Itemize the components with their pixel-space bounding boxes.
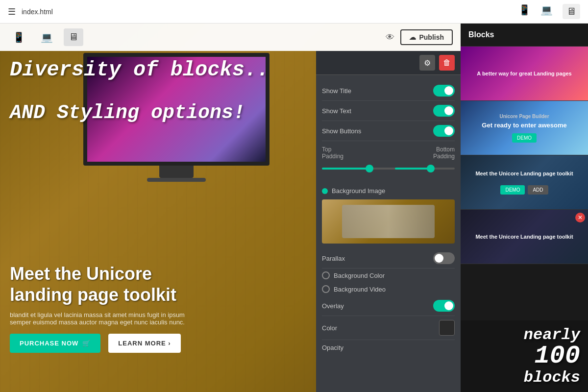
block-item-2[interactable]: Unicore Page Builder Get ready to enter … bbox=[461, 101, 588, 155]
menu-icon[interactable]: ☰ bbox=[8, 6, 16, 17]
purchase-label: PURCHASE NOW bbox=[20, 340, 78, 347]
parallax-toggle[interactable] bbox=[433, 252, 455, 264]
bg-image-dot bbox=[322, 188, 328, 194]
slider-thumb-left[interactable] bbox=[366, 165, 373, 172]
parallax-label: Parallax bbox=[322, 255, 345, 262]
padding-slider[interactable] bbox=[322, 164, 455, 173]
bg-image-preview[interactable] bbox=[322, 199, 455, 244]
trash-icon: 🗑 bbox=[443, 58, 451, 67]
opacity-label: Opacity bbox=[322, 344, 343, 351]
top-padding-label: Top Padding bbox=[322, 146, 343, 160]
imac-base bbox=[147, 178, 206, 182]
slider-fill-left bbox=[322, 168, 368, 170]
promo-100: 100 bbox=[468, 343, 580, 369]
overlay-toggle[interactable] bbox=[433, 300, 455, 312]
block-3-text: Meet the Unicore Landing page toolkit bbox=[475, 170, 573, 177]
blocks-panel: Blocks A better way for great Landing pa… bbox=[461, 24, 588, 392]
block-1-overlay: A better way for great Landing pages bbox=[461, 47, 588, 100]
publish-button[interactable]: ☁ Publish bbox=[400, 29, 453, 45]
show-title-row: Show Title bbox=[322, 81, 455, 101]
eye-icon[interactable]: 👁 bbox=[386, 32, 394, 43]
show-text-row: Show Text bbox=[322, 101, 455, 121]
overlay-row: Overlay bbox=[322, 296, 455, 316]
block-2-demo-btn[interactable]: DEMO bbox=[512, 133, 537, 143]
show-title-toggle[interactable] bbox=[433, 85, 455, 97]
block-2-subtitle: Unicore Page Builder bbox=[499, 113, 549, 120]
opacity-row: Opacity bbox=[322, 340, 455, 355]
blocks-list: A better way for great Landing pages Uni… bbox=[461, 47, 588, 320]
learn-more-label: LEARN MORE bbox=[118, 340, 166, 347]
show-text-toggle[interactable] bbox=[433, 105, 455, 117]
inner-desktop-icon[interactable]: 🖥 bbox=[64, 28, 83, 46]
promo-nearly: nearly bbox=[468, 326, 580, 343]
gear-button[interactable]: ⚙ bbox=[419, 55, 435, 71]
block-item-1[interactable]: A better way for great Landing pages bbox=[461, 47, 588, 101]
block-3-overlay: Meet the Unicore Landing page toolkit DE… bbox=[461, 155, 588, 209]
show-buttons-toggle[interactable] bbox=[433, 125, 455, 137]
imac-mockup bbox=[29, 53, 323, 182]
bg-video-radio[interactable] bbox=[322, 285, 330, 293]
main-layout: 📱 💻 🖥 👁 ☁ Publish Diversity of blocks.. … bbox=[0, 24, 588, 392]
block-1-text: A better way for great Landing pages bbox=[477, 70, 571, 77]
block-1-bg: A better way for great Landing pages bbox=[461, 47, 588, 100]
show-title-label: Show Title bbox=[322, 87, 351, 95]
upload-icon: ☁ bbox=[409, 33, 416, 41]
show-buttons-row: Show Buttons bbox=[322, 121, 455, 141]
block-3-bg: Meet the Unicore Landing page toolkit DE… bbox=[461, 155, 588, 209]
bg-preview-inner bbox=[342, 205, 435, 238]
color-row: Color bbox=[322, 316, 455, 340]
inner-tablet-icon[interactable]: 💻 bbox=[36, 28, 58, 46]
top-mobile-icon[interactable]: 📱 bbox=[518, 4, 531, 19]
trash-button[interactable]: 🗑 bbox=[439, 55, 455, 71]
bg-video-option[interactable]: Background Video bbox=[322, 282, 455, 296]
bg-color-radio[interactable] bbox=[322, 271, 330, 279]
hero-title-line2: landing page toolkit bbox=[10, 285, 176, 305]
block-3-add-btn[interactable]: ADD bbox=[528, 185, 548, 195]
slider-thumb-right[interactable] bbox=[427, 165, 435, 172]
parallax-row: Parallax bbox=[322, 248, 455, 269]
color-swatch[interactable] bbox=[439, 320, 455, 336]
show-text-label: Show Text bbox=[322, 107, 351, 115]
block-4-bg: Meet the Unicore Landing page toolkit bbox=[461, 210, 588, 264]
top-tablet-icon[interactable]: 💻 bbox=[540, 4, 553, 19]
block-2-text: Get ready to enter awesome bbox=[482, 122, 566, 130]
top-desktop-icon[interactable]: 🖥 bbox=[563, 4, 580, 19]
top-bar: ☰ index.html 📱 💻 🖥 bbox=[0, 0, 588, 24]
block-item-3[interactable]: Meet the Unicore Landing page toolkit DE… bbox=[461, 155, 588, 210]
block-item-4[interactable]: Meet the Unicore Landing page toolkit ✕ bbox=[461, 210, 588, 264]
inner-device-icons: 📱 💻 🖥 bbox=[8, 28, 83, 46]
overlay-label: Overlay bbox=[322, 302, 344, 310]
hero-title: Meet the Unicore landing page toolkit bbox=[10, 263, 314, 305]
settings-panel: ⚙ 🗑 Show Title Show Text Show Buttons bbox=[316, 51, 461, 392]
show-buttons-label: Show Buttons bbox=[322, 127, 361, 135]
bottom-padding-label: Bottom Padding bbox=[433, 146, 455, 160]
color-label: Color bbox=[322, 324, 337, 332]
block-3-demo-btn[interactable]: DEMO bbox=[500, 185, 525, 195]
close-badge[interactable]: ✕ bbox=[575, 213, 585, 222]
hero-content: Meet the Unicore landing page toolkit bl… bbox=[10, 263, 314, 353]
learn-more-button[interactable]: LEARN MORE › bbox=[108, 334, 180, 353]
cart-icon: 🛒 bbox=[82, 340, 91, 347]
publish-label: Publish bbox=[419, 33, 444, 41]
file-name: index.html bbox=[22, 8, 518, 16]
block-2-overlay: Unicore Page Builder Get ready to enter … bbox=[461, 101, 588, 155]
purchase-button[interactable]: PURCHASE NOW 🛒 bbox=[10, 334, 100, 353]
bg-image-label: Background Image bbox=[332, 187, 385, 195]
gear-icon: ⚙ bbox=[424, 58, 431, 68]
bg-color-option[interactable]: Background Color bbox=[322, 269, 455, 282]
hero-buttons: PURCHASE NOW 🛒 LEARN MORE › bbox=[10, 334, 314, 353]
block-2-bg: Unicore Page Builder Get ready to enter … bbox=[461, 101, 588, 155]
padding-section: Top Padding Bottom Padding bbox=[322, 141, 455, 182]
imac-screen bbox=[83, 53, 270, 166]
block-4-text: Meet the Unicore Landing page toolkit bbox=[475, 233, 573, 240]
bg-color-label: Background Color bbox=[334, 272, 385, 279]
blocks-promo: nearly 100 blocks bbox=[461, 320, 588, 392]
padding-labels: Top Padding Bottom Padding bbox=[322, 146, 455, 160]
settings-header: ⚙ 🗑 bbox=[316, 51, 461, 75]
block-4-overlay: Meet the Unicore Landing page toolkit bbox=[461, 210, 588, 264]
inner-toolbar: 📱 💻 🖥 👁 ☁ Publish bbox=[0, 24, 461, 51]
arrow-icon: › bbox=[168, 340, 171, 347]
bg-image-header: Background Image bbox=[322, 187, 455, 195]
inner-mobile-icon[interactable]: 📱 bbox=[8, 28, 30, 46]
top-device-icons: 📱 💻 🖥 bbox=[518, 4, 580, 19]
